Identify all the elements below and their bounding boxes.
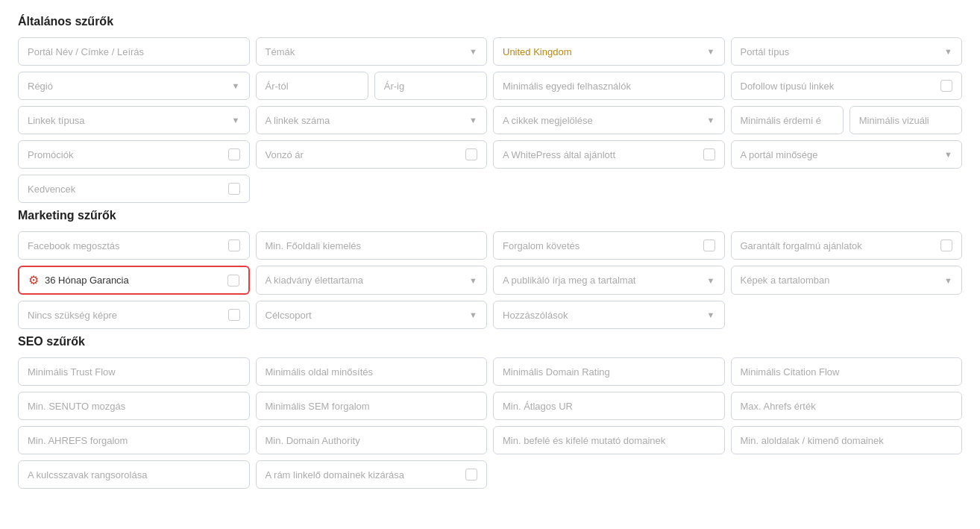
article-mark-filter[interactable]: A cikkek megjelölése ▼ — [493, 106, 725, 134]
favorites-filter[interactable]: Kedvencek — [18, 175, 250, 203]
whitepress-filter[interactable]: A WhitePress által ajánlott — [493, 140, 725, 169]
topics-label: Témák — [266, 46, 295, 57]
portal-quality-filter[interactable]: A portál minősége ▼ — [731, 140, 963, 169]
min-citation-flow-filter[interactable]: Minimális Citation Flow — [731, 357, 963, 386]
36-month-guarantee-filter[interactable]: ⚙ 36 Hónap Garancia — [18, 266, 250, 295]
promos-filter[interactable]: Promóciók — [18, 140, 250, 169]
marketing-row-1: Facebook megosztás Min. Főoldali kiemelé… — [18, 231, 962, 260]
min-domain-rating-filter[interactable]: Minimális Domain Rating — [493, 357, 725, 386]
attractive-price-checkbox[interactable] — [465, 148, 477, 160]
country-chevron-icon: ▼ — [707, 47, 715, 56]
seo-row-2: Min. SENUTO mozgás Minimális SEM forgalo… — [18, 392, 962, 420]
min-domain-authority-label: Min. Domain Authority — [266, 435, 360, 446]
min-unique-users-label: Minimális egyedi felhasználók — [503, 81, 631, 92]
min-avg-ur-filter[interactable]: Min. Átlagos UR — [493, 392, 725, 420]
general-row-2: Régió ▼ Ár-tól Ár-ig Minimális egyedi fe… — [18, 72, 962, 100]
min-visual-filter[interactable]: Minimális vizuáli — [849, 106, 962, 134]
link-count-filter[interactable]: A linkek száma ▼ — [256, 106, 488, 134]
whitepress-label: A WhitePress által ajánlott — [503, 149, 615, 160]
region-filter[interactable]: Régió ▼ — [18, 72, 250, 100]
attractive-price-label: Vonzó ár — [266, 149, 304, 160]
publication-lifetime-filter[interactable]: A kiadvány élettartama ▼ — [256, 266, 488, 295]
portal-type-label: Portál típus — [741, 46, 790, 57]
country-filter[interactable]: United Kingdom ▼ — [493, 37, 725, 66]
seo-section-title: SEO szűrők — [18, 335, 962, 348]
price-from-filter[interactable]: Ár-tól — [256, 72, 368, 100]
guaranteed-traffic-label: Garantált forgalmú ajánlatok — [741, 240, 862, 251]
no-image-needed-filter[interactable]: Nincs szükség képre — [18, 301, 250, 329]
general-section-title: Általános szűrők — [18, 15, 962, 28]
min-sem-traffic-filter[interactable]: Minimális SEM forgalom — [256, 392, 488, 420]
exclude-linking-domains-checkbox[interactable] — [465, 469, 477, 481]
portal-quality-label: A portál minősége — [741, 149, 818, 160]
min-domain-authority-filter[interactable]: Min. Domain Authority — [256, 426, 488, 454]
keyword-ranking-filter[interactable]: A kulcsszavak rangsorolása — [18, 460, 250, 489]
publisher-writes-chevron-icon: ▼ — [707, 276, 715, 285]
guaranteed-traffic-checkbox[interactable] — [940, 240, 952, 251]
comments-filter[interactable]: Hozzászólások ▼ — [493, 301, 725, 329]
min-avg-ur-label: Min. Átlagos UR — [503, 401, 573, 412]
no-image-needed-checkbox[interactable] — [228, 309, 240, 321]
comments-label: Hozzászólások — [503, 310, 568, 321]
article-mark-label: A cikkek megjelölése — [503, 115, 593, 126]
link-count-label: A linkek száma — [266, 115, 330, 126]
whitepress-checkbox[interactable] — [703, 148, 715, 160]
min-senuto-filter[interactable]: Min. SENUTO mozgás — [18, 392, 250, 420]
min-homepage-highlight-filter[interactable]: Min. Főoldali kiemelés — [256, 231, 488, 260]
link-type-filter[interactable]: Linkek típusa ▼ — [18, 106, 250, 134]
portal-name-filter[interactable]: Portál Név / Címke / Leírás — [18, 37, 250, 66]
price-to-filter[interactable]: Ár-ig — [374, 72, 487, 100]
facebook-share-filter[interactable]: Facebook megosztás — [18, 231, 250, 260]
min-unique-users-filter[interactable]: Minimális egyedi felhasználók — [493, 72, 725, 100]
min-trust-flow-filter[interactable]: Minimális Trust Flow — [18, 357, 250, 386]
marketing-row-2: ⚙ 36 Hónap Garancia A kiadvány élettarta… — [18, 266, 962, 295]
topics-filter[interactable]: Témák ▼ — [256, 37, 488, 66]
target-group-filter[interactable]: Célcsoport ▼ — [256, 301, 488, 329]
images-in-content-label: Képek a tartalomban — [741, 275, 830, 286]
country-label: United Kingdom — [503, 46, 572, 57]
min-ahrefs-traffic-label: Min. AHREFS forgalom — [28, 435, 128, 446]
page-container: Általános szűrők Portál Név / Címke / Le… — [18, 15, 962, 489]
attractive-price-filter[interactable]: Vonzó ár — [256, 140, 488, 169]
target-group-chevron-icon: ▼ — [469, 310, 477, 319]
min-page-quality-filter[interactable]: Minimális oldal minősítés — [256, 357, 488, 386]
traffic-tracking-filter[interactable]: Forgalom követés — [493, 231, 725, 260]
exclude-linking-domains-filter[interactable]: A rám linkelő domainek kizárása — [256, 460, 488, 489]
seo-section: SEO szűrők Minimális Trust Flow Minimáli… — [18, 335, 962, 489]
traffic-tracking-checkbox[interactable] — [703, 240, 715, 251]
dofollow-label: Dofollow típusú linkek — [741, 81, 835, 92]
link-type-label: Linkek típusa — [28, 115, 85, 126]
keyword-ranking-label: A kulcsszavak rangsorolása — [28, 469, 147, 481]
min-subpages-outgoing-filter[interactable]: Min. aloldalak / kimenő domainek — [731, 426, 963, 454]
dofollow-filter[interactable]: Dofollow típusú linkek — [731, 72, 963, 100]
guaranteed-traffic-filter[interactable]: Garantált forgalmú ajánlatok — [731, 231, 963, 260]
36-month-guarantee-checkbox[interactable] — [227, 275, 239, 287]
max-ahrefs-filter[interactable]: Max. Ahrefs érték — [731, 392, 963, 420]
min-homepage-highlight-label: Min. Főoldali kiemelés — [266, 240, 362, 251]
min-inbound-outbound-label: Min. befelé és kifelé mutató domainek — [503, 435, 665, 446]
publisher-writes-filter[interactable]: A publikáló írja meg a tartalmat ▼ — [493, 266, 725, 295]
publisher-writes-label: A publikáló írja meg a tartalmat — [503, 275, 635, 286]
min-citation-flow-label: Minimális Citation Flow — [741, 366, 840, 378]
portal-type-chevron-icon: ▼ — [944, 47, 952, 56]
link-count-chevron-icon: ▼ — [469, 116, 477, 125]
dofollow-checkbox[interactable] — [940, 80, 952, 92]
portal-type-filter[interactable]: Portál típus ▼ — [731, 37, 963, 66]
merit-pair: Minimális érdemi é Minimális vizuáli — [731, 106, 963, 134]
general-row-3: Linkek típusa ▼ A linkek száma ▼ A cikke… — [18, 106, 962, 134]
min-merit-filter[interactable]: Minimális érdemi é — [731, 106, 844, 134]
min-ahrefs-traffic-filter[interactable]: Min. AHREFS forgalom — [18, 426, 250, 454]
images-in-content-chevron-icon: ▼ — [944, 276, 952, 285]
promos-checkbox[interactable] — [228, 148, 240, 160]
favorites-checkbox[interactable] — [228, 183, 240, 195]
images-in-content-filter[interactable]: Képek a tartalomban ▼ — [731, 266, 963, 295]
price-pair: Ár-tól Ár-ig — [256, 72, 488, 100]
no-image-needed-label: Nincs szükség képre — [28, 310, 117, 321]
seo-row-3: Min. AHREFS forgalom Min. Domain Authori… — [18, 426, 962, 454]
facebook-share-checkbox[interactable] — [228, 240, 240, 251]
marketing-section-title: Marketing szűrők — [18, 209, 962, 222]
price-to-label: Ár-ig — [384, 81, 404, 92]
region-label: Régió — [28, 81, 53, 92]
min-inbound-outbound-filter[interactable]: Min. befelé és kifelé mutató domainek — [493, 426, 725, 454]
seo-row-4: A kulcsszavak rangsorolása A rám linkelő… — [18, 460, 962, 489]
